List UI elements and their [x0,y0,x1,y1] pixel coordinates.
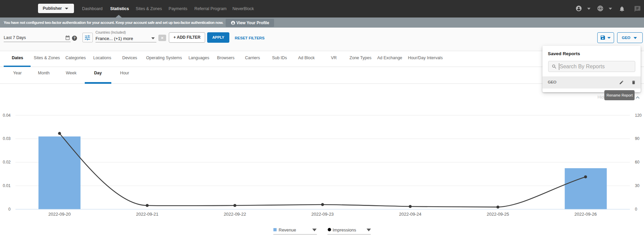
svg-text:0: 0 [8,207,11,212]
svg-text:2022-09-22: 2022-09-22 [224,212,246,217]
svg-text:Impressions: Impressions [333,227,356,232]
svg-text:60: 60 [635,160,640,165]
svg-text:Revenue: Revenue [279,227,296,232]
svg-text:0.02: 0.02 [3,160,11,165]
svg-text:0.01: 0.01 [3,183,11,188]
svg-text:0.03: 0.03 [3,136,11,141]
svg-text:2022-09-25: 2022-09-25 [487,212,509,217]
svg-text:2022-09-26: 2022-09-26 [574,212,597,217]
svg-text:30: 30 [635,183,640,188]
svg-text:2022-09-20: 2022-09-20 [48,212,71,217]
svg-text:2022-09-24: 2022-09-24 [399,212,422,217]
svg-text:90: 90 [635,136,640,141]
svg-text:0: 0 [635,207,637,212]
svg-text:120: 120 [635,113,642,118]
svg-text:2022-09-23: 2022-09-23 [311,212,334,217]
svg-text:2022-09-21: 2022-09-21 [136,212,158,217]
svg-text:0.04: 0.04 [3,113,11,118]
